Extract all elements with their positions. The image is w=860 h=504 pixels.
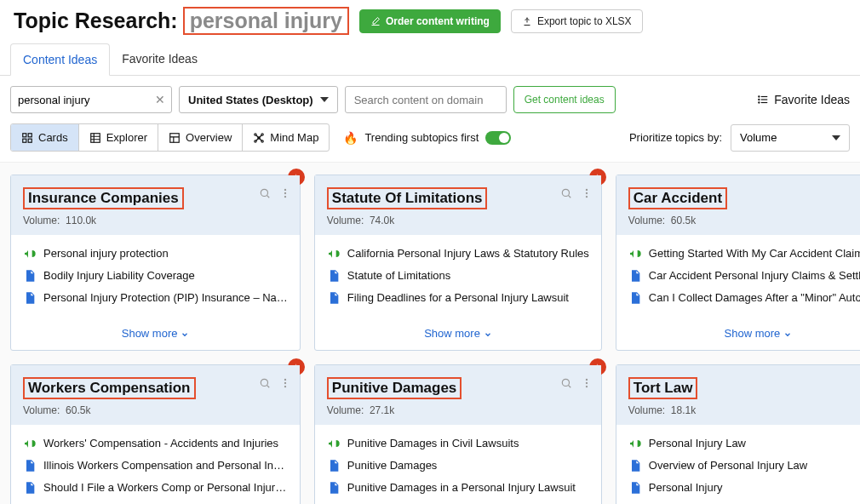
clear-keyword-icon[interactable]: ✕ [155,93,165,106]
svg-rect-6 [23,133,26,136]
topic-item[interactable]: Filing Deadlines for a Personal Injury L… [327,291,589,305]
topic-item-text: Bodily Injury Liability Coverage [43,269,288,282]
document-icon [23,459,37,472]
megaphone-icon [23,437,37,450]
title-prefix: Topic Research: [14,9,178,33]
topic-item-text: Statute of Limitations [347,269,589,282]
topic-item[interactable]: Personal Injury Law [628,437,860,450]
prioritize-select[interactable]: Volume [731,124,850,152]
svg-point-48 [586,379,588,381]
topic-item[interactable]: Punitive Damages in Civil Lawsuits [327,437,589,450]
favorite-ideas-link[interactable]: Favorite Ideas [757,93,850,106]
svg-line-42 [267,385,269,387]
card-volume: Volume: 18.1k [628,404,860,416]
topic-item[interactable]: Punitive Damages in a Personal Injury La… [327,481,589,495]
topic-item[interactable]: Should I File a Workers Comp or Personal… [23,481,288,495]
svg-point-29 [284,192,286,194]
show-more-link[interactable]: Show more [11,322,300,350]
page-title: Topic Research: personal injury [14,7,349,35]
card-menu-icon[interactable] [279,377,291,389]
topic-item[interactable]: Getting Started With My Car Accident Cla… [628,247,860,261]
view-overview[interactable]: Overview [158,124,243,151]
topic-item-text: California Personal Injury Laws & Statut… [347,247,589,260]
megaphone-icon [327,437,341,450]
topic-item-text: Personal Injury Protection (PIP) Insuran… [43,291,288,304]
cards-icon [21,132,33,144]
svg-line-47 [568,385,570,387]
country-select[interactable]: United States (Desktop) [179,86,338,113]
domain-input[interactable] [345,86,507,113]
topic-item[interactable]: Workers' Compensation - Accidents and In… [23,437,288,450]
svg-line-24 [256,138,260,141]
topic-item[interactable]: California Personal Injury Laws & Statut… [327,247,589,261]
svg-point-28 [284,189,286,191]
order-content-button[interactable]: Order content writing [359,9,501,33]
card-volume: Volume: 60.5k [628,215,860,226]
topic-item[interactable]: Illinois Workers Compensation and Person… [23,459,288,472]
topic-item-text: Personal Injury [649,481,860,494]
show-more-link[interactable]: Show more [315,322,601,350]
card-search-icon[interactable] [560,187,572,199]
svg-point-33 [586,189,588,191]
card-menu-icon[interactable] [279,187,291,199]
show-more-link[interactable]: Show more [616,322,860,350]
svg-point-34 [586,192,588,194]
edit-icon [370,16,381,26]
card-title: Insurance Companies [23,187,184,209]
document-icon [628,291,642,305]
card-title: Workers Compensation [23,377,196,399]
megaphone-icon [628,437,642,450]
card-menu-icon[interactable] [581,377,593,389]
view-cards[interactable]: Cards [11,124,79,151]
svg-rect-7 [28,133,32,136]
topic-item[interactable]: Personal Injury Protection (PIP) Insuran… [23,291,288,305]
card-search-icon[interactable] [259,187,271,199]
export-xlsx-button[interactable]: Export topic to XLSX [511,9,643,33]
view-overview-label: Overview [186,131,232,144]
svg-point-35 [586,196,588,198]
svg-line-32 [568,195,570,198]
title-keyword: personal injury [183,7,349,35]
svg-rect-8 [23,139,26,142]
topic-item[interactable]: Personal injury protection [23,247,288,261]
topic-item-text: Punitive Damages in a Personal Injury La… [347,481,589,494]
tab-content-ideas[interactable]: Content Ideas [10,43,110,76]
card-title: Car Accident [628,187,727,209]
topic-item[interactable]: Overview of Personal Injury Law [628,459,860,472]
topic-item[interactable]: Statute of Limitations [327,269,589,283]
topic-item[interactable]: Personal Injury [628,481,860,495]
svg-point-31 [562,189,569,196]
topic-item[interactable]: Car Accident Personal Injury Claims & Se… [628,269,860,283]
topic-item-text: Should I File a Workers Comp or Personal… [43,481,288,494]
topic-item[interactable]: Punitive Damages [327,459,589,472]
svg-line-22 [256,135,260,138]
overview-icon [169,132,181,144]
table-icon [89,132,101,144]
topic-item[interactable]: Can I Collect Damages After a "Minor" Au… [628,291,860,305]
topic-item-text: Illinois Workers Compensation and Person… [43,459,288,472]
svg-line-23 [259,135,262,138]
topic-item-text: Workers' Compensation - Accidents and In… [43,437,288,450]
card-menu-icon[interactable] [581,187,593,199]
view-cards-label: Cards [38,131,68,144]
card-search-icon[interactable] [560,377,572,389]
document-icon [23,269,37,283]
trending-label: Trending subtopics first [364,131,479,144]
svg-point-3 [759,96,760,97]
topic-item-text: Punitive Damages [347,459,589,472]
card-title: Punitive Damages [327,377,462,399]
topic-card: Statute Of LimitationsVolume: 74.0kCalif… [314,175,602,351]
view-explorer[interactable]: Explorer [79,124,158,151]
megaphone-icon [628,247,642,261]
tab-favorite-ideas[interactable]: Favorite Ideas [110,43,209,75]
topic-item-text: Filing Deadlines for a Personal Injury L… [347,291,589,304]
get-ideas-button[interactable]: Get content ideas [513,86,616,113]
view-explorer-label: Explorer [106,131,147,144]
view-mindmap[interactable]: Mind Map [243,124,329,151]
svg-line-27 [267,195,269,198]
keyword-input[interactable] [10,86,172,113]
svg-point-46 [562,379,569,386]
trending-toggle[interactable] [485,131,511,145]
topic-item[interactable]: Bodily Injury Liability Coverage [23,269,288,283]
card-search-icon[interactable] [259,377,271,389]
